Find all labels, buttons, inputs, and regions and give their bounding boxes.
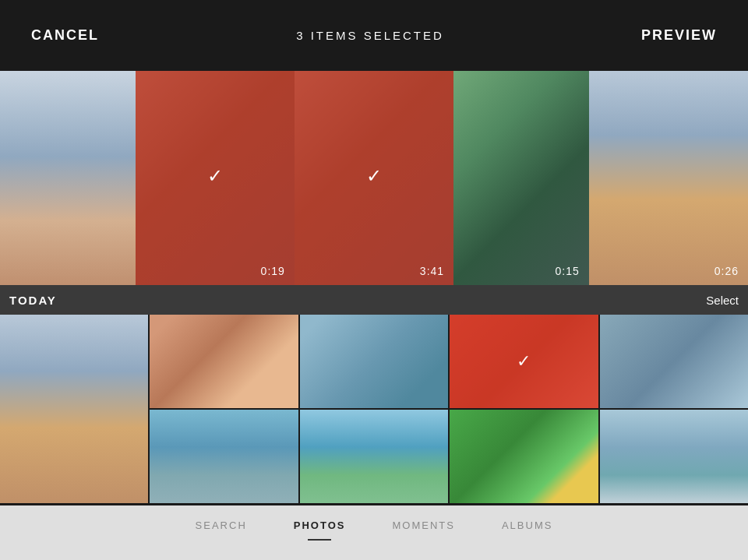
section-header-today: TODAY Select xyxy=(0,285,748,315)
photo-cell-palm-beach[interactable] xyxy=(300,410,448,503)
video-duration: 0:26 xyxy=(714,265,739,277)
bottom-navigation: SEARCH PHOTOS MOMENTS ALBUMS xyxy=(0,505,748,560)
photo-cell-couple[interactable] xyxy=(0,315,148,503)
photo-cell-green-door[interactable] xyxy=(450,410,598,503)
check-icon: ✓ xyxy=(207,165,223,187)
selection-count: 3 ITEMS SELECTED xyxy=(296,29,444,42)
photo-cell-red-building[interactable]: ✓ xyxy=(450,315,598,408)
photo-cell-friends[interactable] xyxy=(150,315,298,408)
tab-moments[interactable]: MOMENTS xyxy=(392,519,454,537)
video-duration: 0:15 xyxy=(555,265,579,277)
check-icon: ✓ xyxy=(517,351,531,372)
video-row: ✓ 0:19 ✓ 3:41 0:15 0:26 xyxy=(0,71,748,285)
photo-cell-hat-girl[interactable] xyxy=(300,315,448,408)
photo-cell-coastal[interactable] xyxy=(600,410,748,503)
photo-cell-woman-sun[interactable] xyxy=(600,315,748,408)
video-cell-beach-couple[interactable] xyxy=(0,71,136,285)
video-duration: 3:41 xyxy=(420,265,444,277)
section-label: TODAY xyxy=(9,294,57,307)
tab-albums[interactable]: ALBUMS xyxy=(502,519,552,537)
select-button[interactable]: Select xyxy=(706,294,739,307)
video-cell-beach-girls[interactable]: 0:26 xyxy=(589,71,748,285)
video-cell-street2[interactable]: ✓ 3:41 xyxy=(295,71,453,285)
photo-cell-ocean-view[interactable] xyxy=(150,410,298,503)
tab-photos[interactable]: PHOTOS xyxy=(294,519,346,537)
photo-grid: ✓ xyxy=(0,315,748,505)
cancel-button[interactable]: CANCEL xyxy=(23,19,107,51)
check-icon: ✓ xyxy=(366,165,382,187)
preview-button[interactable]: PREVIEW xyxy=(633,19,725,51)
video-duration: 0:19 xyxy=(261,265,285,277)
media-grid-area: ✓ 0:19 ✓ 3:41 0:15 0:26 TODAY Select xyxy=(0,71,748,505)
tab-search[interactable]: SEARCH xyxy=(196,519,247,537)
video-cell-guitar[interactable]: 0:15 xyxy=(453,71,589,285)
video-cell-street1[interactable]: ✓ 0:19 xyxy=(136,71,295,285)
top-navigation: CANCEL 3 ITEMS SELECTED PREVIEW xyxy=(0,0,748,71)
selected-overlay: ✓ xyxy=(450,315,598,408)
